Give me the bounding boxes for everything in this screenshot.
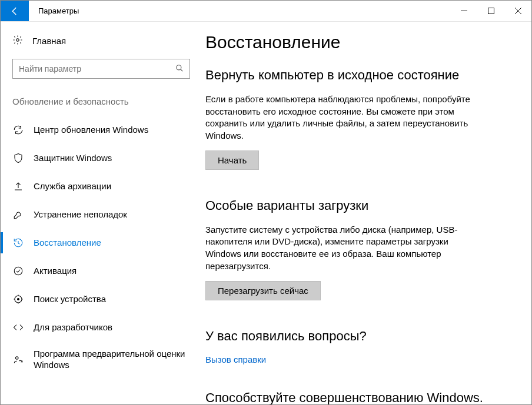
sidebar-item-backup[interactable]: Служба архивации [1, 172, 190, 200]
sidebar-item-label: Программа предварительной оценки Windows [34, 349, 190, 371]
svg-point-4 [16, 39, 19, 42]
section-reset-heading: Вернуть компьютер в исходное состояние [205, 68, 520, 83]
wrench-icon [12, 209, 24, 220]
section-advanced-heading: Особые варианты загрузки [205, 198, 520, 213]
home-label: Главная [32, 36, 66, 46]
sidebar-item-label: Центр обновления Windows [34, 125, 148, 136]
svg-rect-1 [488, 8, 494, 14]
location-icon [12, 293, 24, 305]
shield-icon [12, 152, 24, 164]
section-reset-text: Если в работе компьютера наблюдаются про… [205, 93, 470, 142]
sidebar-item-insider[interactable]: Программа предварительной оценки Windows [1, 342, 190, 378]
reset-start-button[interactable]: Начать [205, 150, 259, 170]
restart-now-button[interactable]: Перезагрузить сейчас [205, 281, 321, 300]
maximize-button[interactable] [477, 1, 504, 21]
sidebar-item-label: Устранение неполадок [34, 209, 127, 220]
sidebar-item-label: Поиск устройства [34, 294, 106, 305]
sidebar-item-troubleshoot[interactable]: Устранение неполадок [1, 200, 190, 229]
code-icon [12, 322, 24, 333]
upload-icon [12, 180, 24, 192]
minimize-button[interactable] [450, 1, 477, 21]
window-title: Параметры [29, 1, 450, 21]
sidebar-item-developers[interactable]: Для разработчиков [1, 313, 190, 342]
history-icon [12, 237, 24, 249]
search-icon [175, 64, 184, 74]
sidebar-item-label: Служба архивации [34, 181, 111, 192]
sidebar-item-recovery[interactable]: Восстановление [1, 229, 190, 257]
help-link[interactable]: Вызов справки [205, 354, 266, 364]
section-advanced-text: Запустите систему с устройства либо диск… [205, 224, 470, 273]
group-label: Обновление и безопасность [12, 96, 190, 106]
sidebar-item-activation[interactable]: Активация [1, 257, 190, 285]
search-input-container[interactable] [12, 59, 190, 79]
section-feedback-heading: Способствуйте совершенствованию Windows. [205, 390, 520, 405]
svg-point-9 [18, 299, 19, 300]
back-button[interactable] [1, 1, 29, 21]
svg-point-10 [16, 357, 19, 360]
sidebar-item-defender[interactable]: Защитник Windows [1, 144, 190, 172]
search-input[interactable] [19, 64, 175, 73]
section-questions-heading: У вас появились вопросы? [205, 329, 520, 344]
sidebar-item-windows-update[interactable]: Центр обновления Windows [1, 116, 190, 144]
gear-icon [12, 35, 23, 47]
sidebar-item-label: Для разработчиков [34, 322, 112, 333]
close-button[interactable] [504, 1, 531, 21]
sidebar-item-label: Восстановление [34, 237, 101, 249]
page-title: Восстановление [205, 32, 520, 52]
sidebar-item-find-device[interactable]: Поиск устройства [1, 285, 190, 313]
person-sync-icon [12, 354, 24, 366]
sidebar-item-label: Защитник Windows [34, 153, 112, 164]
svg-point-7 [14, 267, 22, 275]
svg-point-5 [177, 65, 181, 69]
sidebar-item-label: Активация [34, 266, 77, 277]
svg-line-6 [181, 69, 183, 71]
home-button[interactable]: Главная [12, 35, 190, 47]
sync-icon [12, 124, 24, 136]
check-circle-icon [12, 265, 24, 277]
